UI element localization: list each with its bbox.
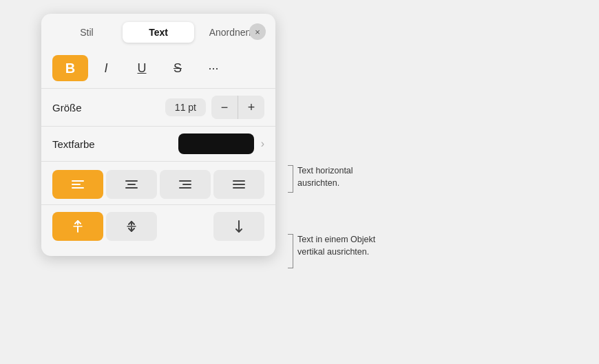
chevron-right-icon[interactable]: › xyxy=(261,138,264,150)
halign-row xyxy=(52,170,264,199)
valign-annotation: Text in einem Objekt vertikal ausrichten… xyxy=(288,234,387,268)
valign-annotation-text: Text in einem Objekt vertikal ausrichten… xyxy=(297,234,387,258)
halign-annotation: Text horizontal ausrichten. xyxy=(288,165,387,193)
textcolor-label: Textfarbe xyxy=(52,138,178,150)
valign-top-icon xyxy=(70,219,85,234)
valign-row xyxy=(52,212,264,241)
format-row: B I U S ··· xyxy=(41,50,275,89)
align-right-button[interactable] xyxy=(160,170,211,199)
tab-bar: Stil Text Anordnen × xyxy=(41,14,275,50)
valign-middle-icon xyxy=(124,219,139,234)
size-decrement-button[interactable]: − xyxy=(211,96,238,119)
format-panel: Stil Text Anordnen × B I U S ··· Größe 1… xyxy=(41,14,275,256)
halign-section xyxy=(41,162,275,205)
valign-bottom-button[interactable] xyxy=(213,212,264,241)
color-row: Textfarbe › xyxy=(41,127,275,162)
underline-button[interactable]: U xyxy=(124,55,160,81)
valign-top-button[interactable] xyxy=(52,212,103,241)
align-center-button[interactable] xyxy=(106,170,157,199)
align-right-icon xyxy=(178,177,193,192)
size-row: Größe 11 pt − + xyxy=(41,89,275,127)
valign-spacer xyxy=(160,212,211,241)
valign-section xyxy=(41,205,275,245)
more-button[interactable]: ··· xyxy=(196,55,231,81)
align-center-icon xyxy=(124,177,139,192)
halign-bracket xyxy=(288,165,293,193)
close-button[interactable]: × xyxy=(249,23,266,40)
color-swatch[interactable] xyxy=(178,133,254,154)
size-value: 11 pt xyxy=(165,98,206,116)
bold-button[interactable]: B xyxy=(52,55,88,81)
tab-stil[interactable]: Stil xyxy=(51,22,123,43)
tab-text[interactable]: Text xyxy=(123,22,194,43)
align-left-button[interactable] xyxy=(52,170,103,199)
strikethrough-button[interactable]: S xyxy=(160,55,196,81)
size-stepper: − + xyxy=(211,96,264,119)
align-justify-icon xyxy=(231,177,246,192)
valign-bracket xyxy=(288,234,293,268)
align-left-icon xyxy=(70,177,85,192)
size-label: Größe xyxy=(52,102,165,114)
italic-button[interactable]: I xyxy=(88,55,124,81)
halign-annotation-text: Text horizontal ausrichten. xyxy=(297,165,387,189)
valign-middle-button[interactable] xyxy=(106,212,157,241)
valign-bottom-icon xyxy=(231,219,246,234)
annotation-sidebar: Text horizontal ausrichten. Text in eine… xyxy=(288,165,387,268)
size-increment-button[interactable]: + xyxy=(238,96,264,119)
align-justify-button[interactable] xyxy=(213,170,264,199)
